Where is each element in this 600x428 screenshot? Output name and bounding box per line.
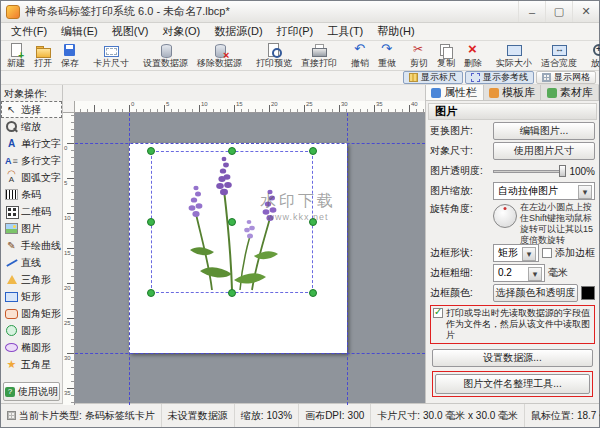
- help-button[interactable]: ?使用说明: [3, 382, 60, 401]
- set-datasource-icon: [158, 43, 174, 58]
- tool-image[interactable]: 图片: [1, 220, 62, 237]
- tool-multi-line-text[interactable]: 多行文字: [1, 152, 62, 169]
- card-size-status: 卡片尺寸: 30.0 毫米 x 30.0 毫米: [371, 404, 525, 427]
- guide-line-horizontal: [75, 143, 425, 144]
- single-line-text-icon: [5, 137, 18, 150]
- slider-thumb[interactable]: [559, 165, 566, 177]
- border-color-swatch[interactable]: [581, 286, 595, 300]
- redo-button[interactable]: 重做: [374, 42, 400, 69]
- status-bar: 当前卡片类型: 条码标签纸卡片 未设置数据源 缩放: 103% 画布DPI: 3…: [1, 403, 599, 427]
- selection-handle[interactable]: [309, 147, 317, 155]
- tab-materials[interactable]: 素材库: [541, 85, 599, 100]
- tool-rectangle[interactable]: 矩形: [1, 288, 62, 305]
- left-ruler: 05101520253035: [63, 113, 75, 405]
- tool-line[interactable]: 直线: [1, 254, 62, 271]
- menu-help[interactable]: 帮助(H): [370, 24, 421, 39]
- new-button[interactable]: 新建: [3, 42, 29, 69]
- save-button[interactable]: 保存: [57, 42, 83, 69]
- qrcode-icon: [5, 205, 18, 218]
- show-ruler-toggle[interactable]: 显示标尺: [403, 71, 463, 84]
- open-button[interactable]: 打开: [30, 42, 56, 69]
- tool-zoom[interactable]: 缩放: [1, 118, 62, 135]
- tool-barcode[interactable]: 条码: [1, 186, 62, 203]
- menu-view[interactable]: 视图(V): [105, 24, 156, 39]
- selection-handle[interactable]: [228, 289, 236, 297]
- filename-datasource-text: 打印或导出时先读取数据源的字段值作为文件名，然后从该文件中读取图片: [446, 308, 592, 341]
- selection-handle[interactable]: [147, 289, 155, 297]
- set-datasource-button[interactable]: 设置数据源...: [432, 349, 593, 367]
- selection-handle[interactable]: [309, 218, 317, 226]
- app-icon: [6, 5, 20, 19]
- tool-star[interactable]: 五角星: [1, 356, 62, 373]
- selection-handle[interactable]: [147, 147, 155, 155]
- tab-properties[interactable]: 属性栏: [426, 85, 484, 100]
- new-file-icon: [8, 43, 24, 58]
- menu-datasource[interactable]: 数据源(D): [207, 24, 269, 39]
- add-border-checkbox[interactable]: [542, 248, 552, 258]
- selection-handle[interactable]: [147, 218, 155, 226]
- minimize-button[interactable]: –: [518, 1, 545, 22]
- actual-size-button[interactable]: 实际大小: [492, 42, 536, 69]
- border-shape-select[interactable]: 矩形: [493, 244, 539, 262]
- tools-panel-header: 对象操作:: [1, 85, 62, 101]
- undo-button[interactable]: 撤销: [347, 42, 373, 69]
- border-width-select[interactable]: 0.2: [493, 264, 545, 282]
- tool-freehand[interactable]: 手绘曲线: [1, 237, 62, 254]
- card-type-icon: [7, 411, 16, 420]
- use-image-size-button[interactable]: 使用图片尺寸: [493, 142, 595, 160]
- copy-button[interactable]: 复制: [433, 42, 459, 69]
- save-icon: [62, 43, 78, 58]
- menu-file[interactable]: 文件(F): [4, 24, 54, 39]
- show-guides-toggle[interactable]: 显示参考线: [465, 71, 534, 84]
- opacity-label: 图片透明度:: [430, 164, 490, 178]
- menu-print[interactable]: 打印(P): [270, 24, 321, 39]
- tool-single-line-text[interactable]: 单行文字: [1, 135, 62, 152]
- delete-button[interactable]: 删除: [460, 42, 486, 69]
- line-icon: [5, 256, 18, 269]
- cut-button[interactable]: 剪切: [406, 42, 432, 69]
- selection-handle[interactable]: [228, 218, 236, 226]
- tool-arc-text[interactable]: 圆弧文字: [1, 169, 62, 186]
- copy-icon: [438, 43, 454, 58]
- canvas-column: 0510152025303540 05101520253035: [63, 85, 425, 403]
- properties-tab-icon: [431, 88, 441, 98]
- tool-rounded-rectangle[interactable]: 圆角矩形: [1, 305, 62, 322]
- image-scale-select[interactable]: 自动拉伸图片: [493, 182, 595, 200]
- selection-handle[interactable]: [228, 147, 236, 155]
- close-button[interactable]: ✕: [572, 1, 599, 22]
- pencil-icon: [5, 239, 18, 252]
- menu-tools[interactable]: 工具(T): [320, 24, 370, 39]
- zoom-status: 缩放: 103%: [235, 404, 299, 427]
- filename-tool-button[interactable]: 图片文件名整理工具...: [435, 374, 590, 394]
- add-border-label: 添加边框: [555, 246, 595, 260]
- design-canvas[interactable]: 0510152025303540 05101520253035: [63, 101, 425, 403]
- set-datasource-toolbar-button[interactable]: 设置数据源: [139, 42, 192, 69]
- redo-icon: [379, 43, 395, 58]
- undo-icon: [352, 43, 368, 58]
- print-preview-button[interactable]: 打印预览: [252, 42, 296, 69]
- work-area[interactable]: 水印下载 www.kkx.net: [75, 113, 425, 405]
- fit-width-button[interactable]: 适合宽度: [537, 42, 581, 69]
- tool-qrcode[interactable]: 二维码: [1, 203, 62, 220]
- maximize-button[interactable]: ▢: [545, 1, 572, 22]
- tool-ellipse[interactable]: 椭圆形: [1, 339, 62, 356]
- filename-datasource-checkbox[interactable]: [433, 308, 443, 318]
- menu-object[interactable]: 对象(O): [155, 24, 207, 39]
- selection-handle[interactable]: [309, 289, 317, 297]
- border-color-button[interactable]: 选择颜色和透明度: [493, 284, 578, 302]
- filename-tool-highlight: 图片文件名整理工具...: [432, 371, 593, 397]
- remove-datasource-button[interactable]: 移除数据源: [193, 42, 246, 69]
- tool-select[interactable]: 选择: [1, 101, 62, 118]
- direct-print-button[interactable]: 直接打印: [297, 42, 341, 69]
- tab-templates[interactable]: 模板库: [484, 85, 542, 100]
- opacity-slider[interactable]: [493, 163, 566, 179]
- tool-circle[interactable]: 圆形: [1, 322, 62, 339]
- menu-edit[interactable]: 编辑(E): [54, 24, 105, 39]
- rotation-dial[interactable]: [493, 204, 517, 228]
- card-size-button[interactable]: 卡片尺寸: [89, 42, 133, 69]
- tool-triangle[interactable]: 三角形: [1, 271, 62, 288]
- menu-bar: 文件(F) 编辑(E) 视图(V) 对象(O) 数据源(D) 打印(P) 工具(…: [1, 23, 599, 41]
- zoom-in-button[interactable]: +放大: [587, 42, 600, 69]
- edit-image-button[interactable]: 编辑图片...: [493, 122, 595, 140]
- show-grid-toggle[interactable]: 显示网格: [536, 71, 596, 84]
